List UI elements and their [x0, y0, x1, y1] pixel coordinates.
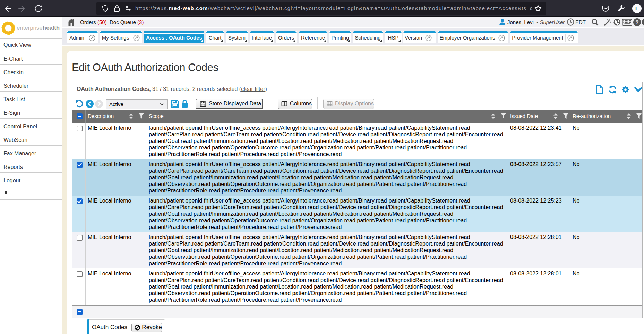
svg-text:?: ?	[635, 19, 638, 25]
